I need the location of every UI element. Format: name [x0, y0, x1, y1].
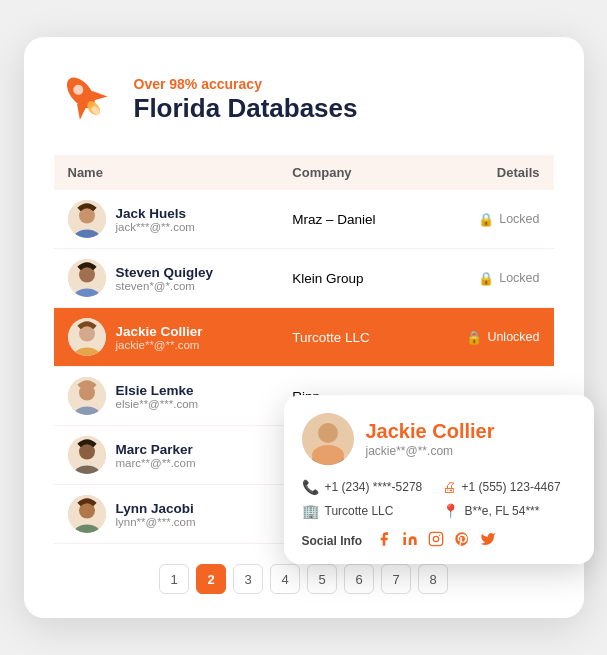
- page-button[interactable]: 7: [381, 564, 411, 594]
- avatar: [68, 200, 106, 238]
- person-cell: Marc Parker marc**@**.com: [54, 426, 279, 485]
- avatar: [68, 377, 106, 415]
- lock-badge: 🔒 Locked: [436, 271, 539, 286]
- person-email: jackie**@**.com: [116, 339, 203, 351]
- page-button[interactable]: 6: [344, 564, 374, 594]
- phone-icon: 📞: [302, 479, 319, 495]
- page-button[interactable]: 8: [418, 564, 448, 594]
- details-cell: 🔒 Unlocked: [422, 308, 553, 367]
- company-cell: Turcotte LLC: [278, 308, 422, 367]
- popup-avatar: [302, 413, 354, 465]
- table-row[interactable]: Jack Huels jack***@**.com Mraz – Daniel …: [54, 190, 554, 249]
- table-row[interactable]: Steven Quigley steven*@*.com Klein Group…: [54, 249, 554, 308]
- details-cell: 🔒 Locked: [422, 249, 553, 308]
- person-email: jack***@**.com: [116, 221, 195, 233]
- person-name: Steven Quigley: [116, 265, 214, 280]
- svg-point-31: [439, 535, 440, 536]
- building-icon: 🏢: [302, 503, 319, 519]
- popup-phone1: 📞 +1 (234) ****-5278: [302, 479, 436, 495]
- main-card: Over 98% accuracy Florida Databases Name…: [24, 37, 584, 618]
- page-button[interactable]: 1: [159, 564, 189, 594]
- person-cell: Jackie Collier jackie**@**.com: [54, 308, 279, 367]
- facebook-icon[interactable]: [376, 531, 392, 550]
- lock-icon: 🔒: [466, 330, 482, 345]
- social-label: Social Info: [302, 534, 363, 548]
- page-button[interactable]: 4: [270, 564, 300, 594]
- location-icon: 📍: [442, 503, 459, 519]
- status-label: Locked: [499, 212, 539, 226]
- pinterest-icon[interactable]: [454, 531, 470, 550]
- page-button[interactable]: 5: [307, 564, 337, 594]
- lock-badge: 🔒 Locked: [436, 212, 539, 227]
- popup-company: 🏢 Turcotte LLC: [302, 503, 436, 519]
- company-cell: Klein Group: [278, 249, 422, 308]
- page-button[interactable]: 2: [196, 564, 226, 594]
- popup-phone2: 🖨 +1 (555) 123-4467: [442, 479, 576, 495]
- details-cell: 🔒 Locked: [422, 190, 553, 249]
- header: Over 98% accuracy Florida Databases: [54, 67, 554, 131]
- person-cell: Jack Huels jack***@**.com: [54, 190, 279, 249]
- table-header-row: Name Company Details: [54, 155, 554, 190]
- fax-icon: 🖨: [442, 479, 456, 495]
- svg-point-30: [434, 536, 439, 541]
- person-name: Jackie Collier: [116, 324, 203, 339]
- person-name: Jack Huels: [116, 206, 195, 221]
- company-cell: Mraz – Daniel: [278, 190, 422, 249]
- page-title: Florida Databases: [134, 94, 358, 123]
- svg-point-25: [318, 423, 338, 443]
- popup-details: 📞 +1 (234) ****-5278 🖨 +1 (555) 123-4467…: [302, 479, 576, 519]
- popup-company-value: Turcotte LLC: [325, 504, 394, 518]
- avatar: [68, 318, 106, 356]
- avatar: [68, 259, 106, 297]
- popup-name: Jackie Collier: [366, 420, 495, 442]
- instagram-icon[interactable]: [428, 531, 444, 550]
- popup-card: Jackie Collier jackie**@**.com 📞 +1 (234…: [284, 395, 594, 564]
- avatar: [68, 436, 106, 474]
- person-name: Marc Parker: [116, 442, 196, 457]
- table-row[interactable]: Jackie Collier jackie**@**.com Turcotte …: [54, 308, 554, 367]
- svg-point-28: [404, 532, 407, 535]
- popup-name-block: Jackie Collier jackie**@**.com: [366, 420, 495, 458]
- status-label: Locked: [499, 271, 539, 285]
- svg-point-27: [312, 445, 344, 465]
- linkedin-icon[interactable]: [402, 531, 418, 550]
- rocket-icon: [54, 67, 118, 131]
- person-name: Lynn Jacobi: [116, 501, 196, 516]
- status-label: Unlocked: [487, 330, 539, 344]
- person-name: Elsie Lemke: [116, 383, 199, 398]
- person-cell: Steven Quigley steven*@*.com: [54, 249, 279, 308]
- svg-rect-29: [430, 532, 443, 545]
- popup-social: Social Info: [302, 531, 576, 550]
- popup-phone2-value: +1 (555) 123-4467: [462, 480, 561, 494]
- popup-phone1-value: +1 (234) ****-5278: [325, 480, 423, 494]
- popup-location-value: B**e, FL 54***: [465, 504, 540, 518]
- person-cell: Elsie Lemke elsie**@***.com: [54, 367, 279, 426]
- popup-email: jackie**@**.com: [366, 444, 495, 458]
- person-email: lynn**@***.com: [116, 516, 196, 528]
- lock-badge: 🔒 Unlocked: [436, 330, 539, 345]
- avatar: [68, 495, 106, 533]
- person-email: steven*@*.com: [116, 280, 214, 292]
- lock-icon: 🔒: [478, 271, 494, 286]
- accuracy-label: Over 98% accuracy: [134, 76, 358, 92]
- col-name: Name: [54, 155, 279, 190]
- col-company: Company: [278, 155, 422, 190]
- twitter-icon[interactable]: [480, 531, 496, 550]
- pagination: 12345678: [54, 564, 554, 594]
- person-email: elsie**@***.com: [116, 398, 199, 410]
- person-email: marc**@**.com: [116, 457, 196, 469]
- popup-header: Jackie Collier jackie**@**.com: [302, 413, 576, 465]
- popup-location: 📍 B**e, FL 54***: [442, 503, 576, 519]
- col-details: Details: [422, 155, 553, 190]
- lock-icon: 🔒: [478, 212, 494, 227]
- page-button[interactable]: 3: [233, 564, 263, 594]
- header-text: Over 98% accuracy Florida Databases: [134, 76, 358, 123]
- person-cell: Lynn Jacobi lynn**@***.com: [54, 485, 279, 544]
